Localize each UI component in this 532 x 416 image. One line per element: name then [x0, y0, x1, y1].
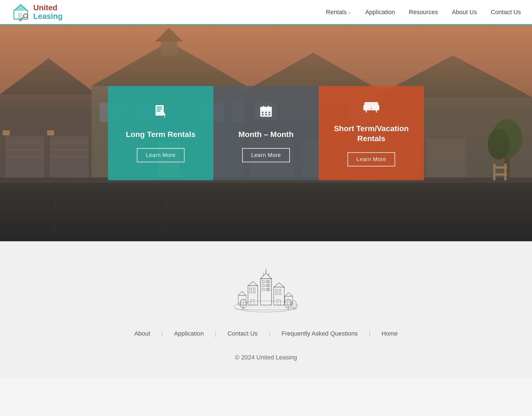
svg-rect-84: [266, 288, 268, 291]
card-long-term: Long Term Rentals Learn More: [108, 86, 213, 180]
svg-rect-85: [268, 288, 270, 291]
svg-rect-60: [262, 112, 264, 113]
learn-more-month-month-button[interactable]: Learn More: [242, 148, 290, 162]
card-month-month-title: Month – Month: [238, 130, 293, 139]
footer-nav-faq[interactable]: Frequently Asked Questions: [282, 330, 358, 337]
logo-leasing: Leasing: [33, 12, 63, 21]
footer-sep-4: |: [369, 330, 370, 337]
card-short-term-title: Short Term/Vacation Rentals: [330, 124, 413, 144]
svg-rect-77: [262, 281, 264, 283]
svg-rect-64: [265, 114, 267, 115]
svg-rect-101: [275, 293, 277, 295]
footer-sep-3: |: [269, 330, 270, 337]
svg-rect-74: [371, 106, 372, 110]
svg-rect-96: [251, 300, 254, 305]
svg-marker-105: [238, 291, 246, 295]
nav-contact[interactable]: Contact Us: [491, 9, 521, 16]
svg-rect-52: [157, 107, 162, 108]
logo-text: United Leasing: [33, 4, 63, 21]
svg-rect-53: [157, 109, 162, 110]
svg-rect-94: [250, 291, 252, 293]
svg-rect-92: [250, 288, 252, 290]
card-month-month: Month – Month Learn More: [213, 86, 319, 180]
site-header: United Leasing Rentals ⌄ Application Res…: [0, 0, 532, 25]
svg-rect-95: [253, 291, 255, 293]
card-short-term: Short Term/Vacation Rentals Learn More: [319, 86, 424, 180]
contract-icon: [153, 104, 168, 121]
footer-nav-application[interactable]: Application: [174, 330, 204, 337]
svg-rect-99: [275, 289, 277, 291]
nav-about[interactable]: About Us: [452, 9, 477, 16]
svg-rect-62: [268, 112, 270, 113]
svg-rect-65: [268, 114, 270, 115]
nav-resources[interactable]: Resources: [409, 9, 438, 16]
footer-illustration: [233, 263, 299, 313]
svg-marker-2: [14, 5, 28, 11]
svg-rect-100: [279, 289, 281, 291]
svg-marker-108: [285, 293, 293, 296]
svg-rect-72: [365, 110, 367, 113]
logo-united: United: [33, 4, 63, 12]
svg-marker-56: [164, 116, 165, 118]
hero-section: 5759: [0, 25, 532, 241]
svg-rect-59: [260, 108, 272, 110]
footer-copyright: © 2024 United Leasing: [235, 354, 297, 361]
rental-cards: Long Term Rentals Learn More: [108, 86, 424, 180]
learn-more-long-term-button[interactable]: Learn More: [137, 148, 184, 162]
svg-rect-90: [248, 286, 258, 305]
svg-rect-81: [266, 285, 268, 287]
svg-rect-70: [363, 105, 366, 110]
footer-nav-home[interactable]: Home: [382, 330, 398, 337]
svg-rect-79: [268, 281, 270, 283]
svg-rect-82: [268, 285, 270, 287]
footer-sep-1: |: [161, 330, 163, 337]
svg-point-3: [24, 14, 27, 18]
chevron-down-icon: ⌄: [348, 10, 351, 14]
svg-rect-51: [155, 105, 164, 116]
footer-nav-contact[interactable]: Contact Us: [227, 330, 258, 337]
footer-sep-2: |: [215, 330, 217, 337]
footer-nav-about[interactable]: About: [134, 330, 150, 337]
svg-rect-54: [157, 111, 160, 111]
nav-rentals[interactable]: Rentals ⌄: [326, 9, 351, 16]
svg-rect-71: [377, 105, 379, 110]
svg-rect-1: [18, 13, 22, 19]
footer: About | Application | Contact Us | Frequ…: [0, 241, 532, 378]
svg-rect-66: [263, 106, 264, 108]
svg-rect-73: [376, 110, 377, 113]
logo[interactable]: United Leasing: [11, 2, 63, 22]
svg-rect-102: [279, 293, 281, 295]
nav-application[interactable]: Application: [365, 9, 395, 16]
svg-marker-86: [260, 273, 272, 279]
svg-marker-98: [274, 283, 284, 287]
card-long-term-title: Long Term Rentals: [126, 130, 196, 139]
svg-rect-93: [253, 288, 255, 290]
calendar-icon: [259, 104, 273, 121]
svg-rect-67: [268, 106, 269, 108]
svg-rect-83: [262, 288, 264, 291]
footer-nav: About | Application | Contact Us | Frequ…: [134, 330, 398, 337]
svg-rect-80: [262, 285, 264, 287]
learn-more-short-term-button[interactable]: Learn More: [347, 152, 395, 166]
svg-rect-61: [265, 112, 267, 113]
sofa-icon: [363, 100, 379, 115]
svg-rect-78: [266, 281, 268, 283]
svg-marker-91: [248, 281, 258, 286]
svg-rect-63: [262, 114, 264, 115]
logo-icon: [11, 2, 30, 22]
main-nav: Rentals ⌄ Application Resources About Us…: [326, 9, 521, 16]
svg-rect-103: [277, 300, 280, 305]
